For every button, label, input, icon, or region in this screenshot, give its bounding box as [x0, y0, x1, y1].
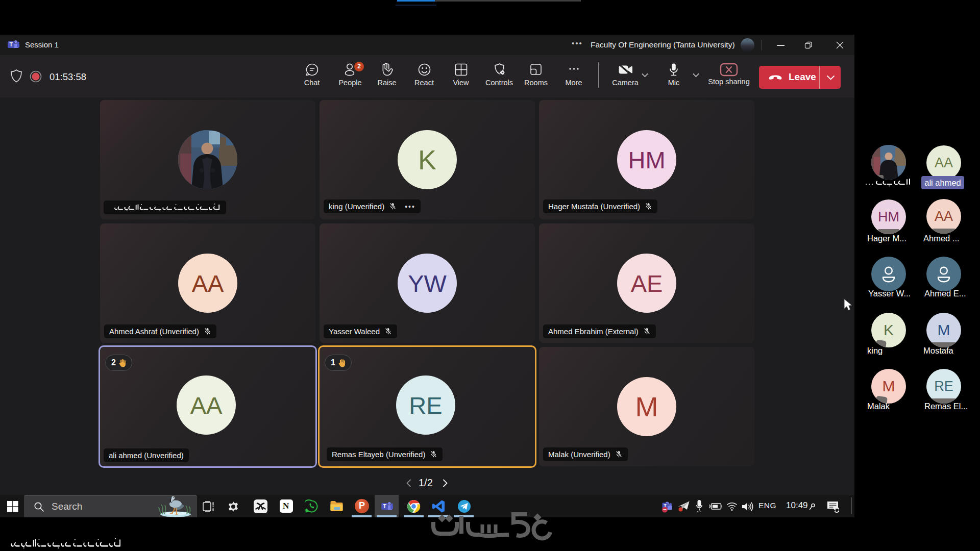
svg-text:T: T: [383, 504, 387, 509]
svg-text:T: T: [10, 42, 13, 47]
